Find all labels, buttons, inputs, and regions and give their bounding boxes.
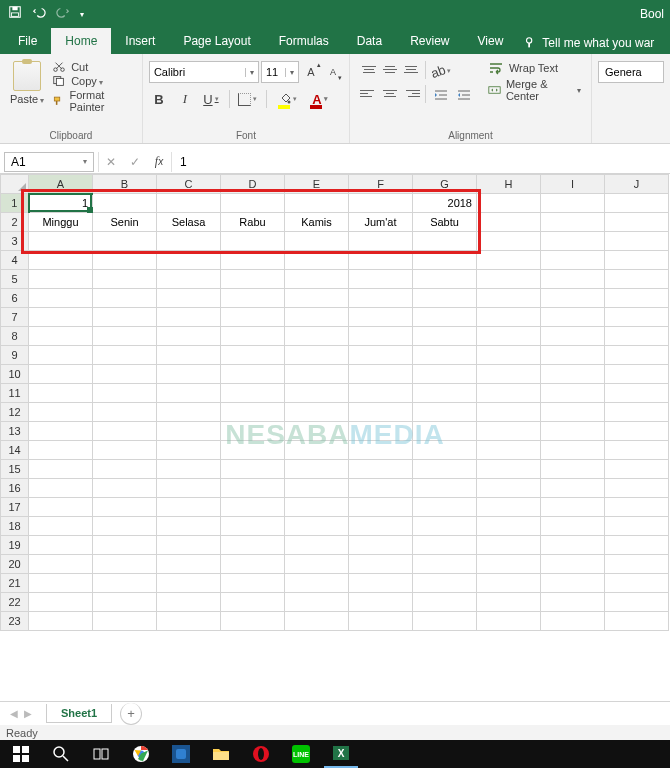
cell[interactable] (541, 422, 605, 441)
underline-button[interactable]: U▾ (201, 89, 221, 109)
cell[interactable] (221, 479, 285, 498)
cell[interactable] (541, 251, 605, 270)
cell[interactable] (541, 536, 605, 555)
row-header[interactable]: 4 (1, 251, 29, 270)
tab-data[interactable]: Data (343, 28, 396, 54)
cell[interactable] (477, 536, 541, 555)
cell[interactable] (541, 574, 605, 593)
cell[interactable] (413, 612, 477, 631)
redo-icon[interactable] (56, 5, 70, 23)
tab-formulas[interactable]: Formulas (265, 28, 343, 54)
cell[interactable] (93, 403, 157, 422)
cell[interactable] (221, 308, 285, 327)
cell[interactable] (477, 403, 541, 422)
cell[interactable] (605, 308, 669, 327)
cell[interactable] (285, 308, 349, 327)
fx-button[interactable]: fx (147, 152, 171, 172)
cell[interactable] (221, 232, 285, 251)
cell[interactable] (605, 327, 669, 346)
cell[interactable] (29, 574, 93, 593)
cell[interactable] (157, 498, 221, 517)
cell[interactable] (605, 479, 669, 498)
cell[interactable]: Kamis (285, 213, 349, 232)
cell[interactable] (477, 365, 541, 384)
cell[interactable] (285, 270, 349, 289)
cell[interactable] (605, 270, 669, 289)
cell[interactable] (221, 346, 285, 365)
cell[interactable] (93, 612, 157, 631)
cell[interactable] (541, 479, 605, 498)
cell[interactable] (157, 327, 221, 346)
cell[interactable] (349, 479, 413, 498)
cell[interactable] (605, 517, 669, 536)
cell[interactable] (221, 289, 285, 308)
increase-indent-button[interactable] (454, 85, 474, 105)
cell[interactable]: Minggu (29, 213, 93, 232)
cell[interactable] (541, 403, 605, 422)
cell[interactable] (477, 251, 541, 270)
cell[interactable] (221, 327, 285, 346)
cell[interactable] (93, 289, 157, 308)
cell[interactable] (93, 555, 157, 574)
chrome-icon[interactable] (124, 740, 158, 768)
row-header[interactable]: 15 (1, 460, 29, 479)
cell[interactable] (29, 384, 93, 403)
cell[interactable] (541, 517, 605, 536)
cell[interactable] (221, 574, 285, 593)
col-header[interactable]: F (349, 175, 413, 194)
cell[interactable] (29, 593, 93, 612)
cell[interactable] (29, 251, 93, 270)
align-bottom-button[interactable] (402, 61, 420, 77)
cell[interactable] (349, 194, 413, 213)
decrease-indent-button[interactable] (431, 85, 451, 105)
border-button[interactable]: ▾ (238, 89, 258, 109)
cell[interactable] (221, 498, 285, 517)
cell[interactable] (477, 346, 541, 365)
row-header[interactable]: 9 (1, 346, 29, 365)
cell[interactable] (349, 270, 413, 289)
copy-button[interactable]: Copy (52, 75, 134, 87)
line-icon[interactable]: LINE (284, 740, 318, 768)
format-painter-button[interactable]: Format Painter (52, 89, 134, 113)
cell[interactable]: Rabu (221, 213, 285, 232)
cell[interactable] (93, 384, 157, 403)
cell[interactable] (413, 251, 477, 270)
cell[interactable] (285, 460, 349, 479)
cell[interactable] (349, 365, 413, 384)
cell[interactable] (157, 536, 221, 555)
cell[interactable] (605, 213, 669, 232)
cell[interactable] (541, 612, 605, 631)
cell[interactable] (285, 593, 349, 612)
paste-button[interactable]: Paste (6, 57, 48, 128)
align-top-button[interactable] (360, 61, 378, 77)
cell[interactable] (413, 232, 477, 251)
cell[interactable] (605, 346, 669, 365)
cell[interactable]: 1 (29, 194, 93, 213)
cell[interactable] (413, 498, 477, 517)
cell[interactable] (285, 194, 349, 213)
cell[interactable] (29, 365, 93, 384)
cell[interactable] (285, 574, 349, 593)
cell[interactable] (29, 403, 93, 422)
cell[interactable] (413, 327, 477, 346)
cell[interactable] (157, 555, 221, 574)
cell[interactable] (477, 555, 541, 574)
row-header[interactable]: 16 (1, 479, 29, 498)
cell[interactable] (605, 251, 669, 270)
row-header[interactable]: 20 (1, 555, 29, 574)
select-all-corner[interactable] (1, 175, 29, 194)
enter-button[interactable]: ✓ (123, 152, 147, 172)
col-header[interactable]: J (605, 175, 669, 194)
cell[interactable] (349, 460, 413, 479)
cell[interactable] (221, 612, 285, 631)
col-header[interactable]: I (541, 175, 605, 194)
bold-button[interactable]: B (149, 89, 169, 109)
cell[interactable]: Sabtu (413, 213, 477, 232)
tell-me[interactable]: Tell me what you war (523, 36, 654, 54)
font-size-select[interactable]: 11▾ (261, 61, 299, 83)
col-header[interactable]: G (413, 175, 477, 194)
cell[interactable] (349, 232, 413, 251)
cell[interactable] (605, 612, 669, 631)
cell[interactable] (605, 403, 669, 422)
cell[interactable] (541, 365, 605, 384)
